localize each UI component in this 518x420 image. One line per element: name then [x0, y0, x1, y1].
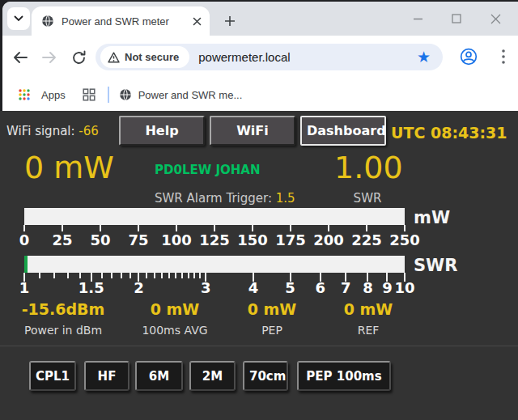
tick-mark: [101, 273, 103, 278]
stat-value: 0 mW: [318, 300, 418, 318]
scale-label: 125: [199, 231, 230, 248]
swr-gauge-unit: SWR: [414, 256, 457, 275]
apps-grid-button[interactable]: [14, 84, 35, 105]
nav-button-help[interactable]: Help: [119, 116, 205, 146]
menu-button[interactable]: [493, 46, 514, 67]
power-meter-page: WiFi signal: -66 HelpWiFiDashboard UTC 0…: [0, 111, 518, 420]
new-tab-button[interactable]: [218, 9, 242, 33]
scale-label: 3: [201, 279, 211, 296]
reading-list-button[interactable]: [79, 84, 100, 105]
tick-mark: [252, 225, 253, 231]
tick-mark: [290, 225, 291, 231]
scale-label: 1.5: [79, 279, 104, 296]
back-arrow-icon: [12, 51, 28, 64]
scale-label: 2: [134, 279, 144, 296]
tick-mark: [79, 273, 81, 278]
address-bar[interactable]: Not secure powermeter.local ★: [96, 44, 443, 70]
tick-mark: [130, 273, 131, 278]
tick-mark: [181, 273, 183, 278]
reload-button[interactable]: [68, 47, 89, 68]
swr-alarm-label: SWR Alarm Trigger:: [155, 191, 272, 206]
stat-label: REF: [318, 324, 418, 337]
scale-label: 9: [382, 279, 393, 296]
close-window-button[interactable]: [476, 5, 515, 32]
nav-button-wifi[interactable]: WiFi: [210, 116, 295, 146]
bookmark-star-icon[interactable]: ★: [417, 49, 431, 65]
maximize-button[interactable]: [437, 5, 476, 32]
tab-strip: Power and SWR meter: [2, 2, 518, 36]
tab-search-button[interactable]: [7, 7, 30, 30]
scale-label: 100: [161, 231, 192, 248]
tick-mark: [67, 273, 69, 278]
tick-mark: [23, 225, 25, 231]
browser-chrome: Power and SWR meter: [2, 2, 518, 111]
minimize-button[interactable]: [398, 5, 437, 32]
tick-mark: [214, 225, 215, 231]
band-button-6m[interactable]: 6M: [135, 361, 183, 391]
callsign-text: PD0LEW JOHAN: [155, 163, 261, 177]
scale-label: 175: [275, 231, 306, 248]
bookmark-item[interactable]: Power and SWR me...: [138, 89, 243, 101]
tick-mark: [175, 273, 176, 278]
stat-100ms-avg: 0 mW100ms AVG: [118, 300, 231, 337]
power-gauge-unit: mW: [414, 208, 450, 227]
swr-gauge-fill: [24, 256, 28, 273]
tick-mark: [111, 273, 113, 278]
band-button-cpl1[interactable]: CPL1: [29, 361, 76, 391]
scale-label: 10: [394, 279, 414, 296]
tick-mark: [328, 225, 329, 231]
tick-mark: [138, 225, 139, 231]
swr-readout: 1.00: [334, 152, 401, 183]
scale-label: 25: [52, 231, 72, 248]
band-button-2m[interactable]: 2M: [189, 361, 236, 391]
stat-ref: 0 mWREF: [318, 300, 418, 337]
swr-gauge-bar: [24, 256, 405, 273]
band-button-70cm[interactable]: 70cm: [243, 361, 288, 391]
divider: [0, 346, 518, 346]
chevron-down-icon: [14, 15, 23, 22]
power-readout: 0 mW: [24, 152, 114, 183]
wifi-signal-label: WiFi signal:: [6, 124, 75, 138]
utc-clock: UTC 08:43:31: [391, 124, 507, 142]
profile-button[interactable]: [458, 46, 479, 67]
stat-value: 0 mW: [223, 300, 321, 318]
forward-arrow-icon: [41, 51, 57, 64]
bookmarks-separator: [108, 87, 109, 103]
swr-alarm-value: 1.5: [276, 191, 295, 206]
forward-button[interactable]: [39, 47, 60, 68]
close-icon: [490, 14, 501, 24]
minimize-icon: [413, 14, 423, 24]
nav-button-dashboard[interactable]: Dashboard: [300, 116, 386, 146]
scale-label: 150: [237, 231, 268, 248]
browser-toolbar: Not secure powermeter.local ★: [2, 36, 518, 78]
scale-label: 250: [389, 231, 420, 248]
band-button-hf[interactable]: HF: [84, 361, 130, 391]
scale-label: 1: [19, 279, 30, 296]
security-chip[interactable]: Not secure: [100, 46, 189, 68]
back-button[interactable]: [10, 47, 31, 68]
band-button-pep-100ms[interactable]: PEP 100ms: [297, 361, 391, 391]
tab-close-button[interactable]: [191, 15, 203, 28]
url-text: powermeter.local: [198, 50, 290, 64]
power-gauge-scale: 0255075100125150175200225250: [24, 231, 405, 249]
browser-tab[interactable]: Power and SWR meter: [32, 6, 210, 36]
tick-mark: [188, 273, 189, 278]
tick-mark: [100, 225, 101, 231]
tick-mark: [62, 225, 63, 231]
tick-mark: [199, 273, 201, 278]
apps-grid-icon: [18, 88, 31, 101]
scale-label: 0: [19, 231, 30, 248]
scale-label: 6: [315, 279, 325, 296]
scale-label: 4: [248, 279, 259, 296]
scale-label: 75: [128, 231, 148, 248]
tick-mark: [193, 273, 195, 278]
tick-mark: [404, 225, 405, 231]
globe-favicon-icon: [41, 15, 54, 28]
security-label: Not secure: [125, 51, 179, 63]
squares-grid-icon: [83, 88, 96, 101]
swr-gauge-scale: 11.52345678910: [24, 279, 405, 297]
reload-icon: [71, 50, 87, 66]
wifi-signal: WiFi signal: -66: [6, 124, 99, 138]
scale-label: 7: [341, 279, 351, 296]
apps-label[interactable]: Apps: [41, 89, 66, 101]
